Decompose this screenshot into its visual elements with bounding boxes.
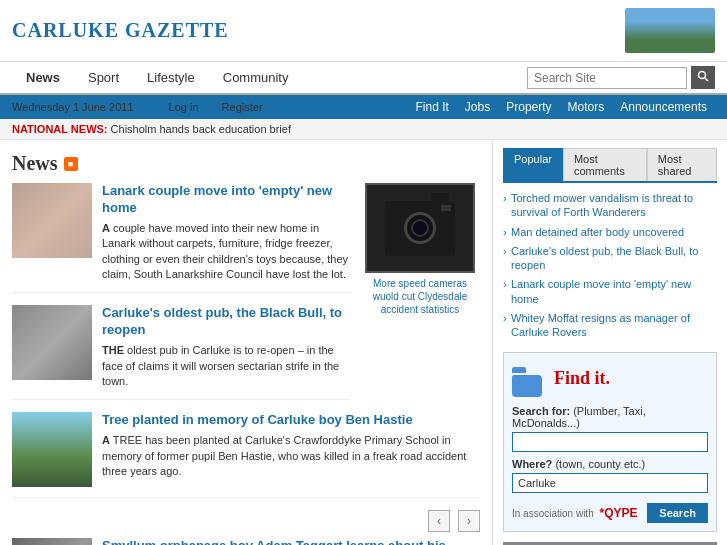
camera-image xyxy=(365,183,475,273)
news-summary-1: A couple have moved into their new home … xyxy=(102,221,350,283)
news-thumb-1 xyxy=(12,183,92,258)
svg-line-1 xyxy=(705,78,708,81)
news-content: News ■ More speed cameras wuold cut Clyd… xyxy=(0,140,492,545)
nav-item-lifestyle[interactable]: Lifestyle xyxy=(133,62,209,93)
sidebar: Popular Most comments Most shared Torche… xyxy=(492,140,727,545)
story-navigation: ‹ › xyxy=(12,510,480,532)
news-body-3: TREE has been planted at Carluke's Crawf… xyxy=(102,434,466,477)
news-summary-2: THE oldest pub in Carluke is to re-open … xyxy=(102,343,350,389)
news-thumb-4 xyxy=(12,538,92,545)
breaking-news-bar: NATIONAL NEWS: Chisholm hands back educa… xyxy=(0,119,727,140)
header-image xyxy=(625,8,715,53)
findit-search-input[interactable] xyxy=(512,432,708,452)
news-thumb-3 xyxy=(12,412,92,487)
search-input[interactable] xyxy=(527,67,687,89)
news-content-1: Lanark couple move into 'empty' new home… xyxy=(102,183,350,282)
findit-header: Find it. xyxy=(512,361,708,397)
popular-item-1[interactable]: Torched mower vandalism is threat to sur… xyxy=(503,191,717,220)
popular-item-3[interactable]: Carluke's oldest pub, the Black Bull, to… xyxy=(503,244,717,273)
sub-nav: Wednesday 1 June 2011 Log in Register Fi… xyxy=(0,95,727,119)
sub-nav-property[interactable]: Property xyxy=(498,98,559,116)
popular-item-5[interactable]: Whitey Moffat resigns as manager of Carl… xyxy=(503,311,717,340)
news-title: News xyxy=(12,152,58,175)
breaking-text[interactable]: Chisholm hands back education brief xyxy=(111,123,291,135)
news-content-2: Carluke's oldest pub, the Black Bull, to… xyxy=(102,305,350,389)
assoc-text: In association with xyxy=(512,508,594,519)
news-body-2: oldest pub in Carluke is to re-open – in… xyxy=(102,344,339,387)
site-title[interactable]: CARLUKE GAZETTE xyxy=(12,19,229,42)
register-link[interactable]: Register xyxy=(222,101,263,113)
news-item-4: Smyllum orphanage boy Adam Taggart learn… xyxy=(12,538,480,545)
findit-footer: In association with *QYPE Search xyxy=(512,503,708,523)
qype-logo: *QYPE xyxy=(600,506,638,520)
findit-title: Find it. xyxy=(554,368,610,389)
news-headline-1[interactable]: Lanark couple move into 'empty' new home xyxy=(102,183,350,217)
where-sublabel: (town, county etc.) xyxy=(555,458,645,470)
sub-nav-date-area: Wednesday 1 June 2011 Log in Register xyxy=(12,101,275,113)
news-headline-4[interactable]: Smyllum orphanage boy Adam Taggart learn… xyxy=(102,538,480,545)
feature-box: More speed cameras wuold cut Clydesdale … xyxy=(360,183,480,316)
news-item-2: Carluke's oldest pub, the Black Bull, to… xyxy=(12,305,350,400)
news-body-1: couple have moved into their new home in… xyxy=(102,222,348,280)
svg-point-0 xyxy=(699,72,706,79)
search-bar xyxy=(527,66,715,89)
login-link[interactable]: Log in xyxy=(169,101,199,113)
nav-links: News Sport Lifestyle Community xyxy=(12,62,303,93)
nav-item-community[interactable]: Community xyxy=(209,62,303,93)
tab-most-comments[interactable]: Most comments xyxy=(563,148,647,181)
date-label: Wednesday 1 June 2011 xyxy=(12,101,134,113)
main-nav: News Sport Lifestyle Community xyxy=(0,62,727,95)
sub-nav-announcements[interactable]: Announcements xyxy=(612,98,715,116)
news-summary-3: A TREE has been planted at Carluke's Cra… xyxy=(102,433,480,479)
main-content: News ■ More speed cameras wuold cut Clyd… xyxy=(0,140,727,545)
news-headline-3[interactable]: Tree planted in memory of Carluke boy Be… xyxy=(102,412,480,429)
news-first-word-3: A xyxy=(102,434,110,446)
popular-list: Torched mower vandalism is threat to sur… xyxy=(503,191,717,340)
news-item-3: Tree planted in memory of Carluke boy Be… xyxy=(12,412,480,498)
sidebar-tabs: Popular Most comments Most shared xyxy=(503,148,717,183)
news-thumb-2 xyxy=(12,305,92,380)
feature-caption[interactable]: More speed cameras wuold cut Clydesdale … xyxy=(360,277,480,316)
breaking-label: NATIONAL NEWS: xyxy=(12,123,108,135)
search-for-label: Search for: (Plumber, Taxi, McDonalds...… xyxy=(512,405,708,429)
rss-icon[interactable]: ■ xyxy=(64,157,78,171)
popular-item-4[interactable]: Lanark couple move into 'empty' new home xyxy=(503,277,717,306)
search-button[interactable] xyxy=(691,66,715,89)
news-content-4: Smyllum orphanage boy Adam Taggart learn… xyxy=(102,538,480,545)
news-first-word-2: THE xyxy=(102,344,124,356)
prev-story-button[interactable]: ‹ xyxy=(428,510,450,532)
next-story-button[interactable]: › xyxy=(458,510,480,532)
findit-where-input[interactable] xyxy=(512,473,708,493)
sub-nav-jobs[interactable]: Jobs xyxy=(457,98,498,116)
sub-nav-findit[interactable]: Find It xyxy=(408,98,457,116)
where-label: Where? (town, county etc.) xyxy=(512,458,708,470)
findit-assoc: In association with *QYPE xyxy=(512,506,638,520)
news-content-3: Tree planted in memory of Carluke boy Be… xyxy=(102,412,480,487)
findit-box: Find it. Search for: (Plumber, Taxi, McD… xyxy=(503,352,717,532)
news-first-word-1: A xyxy=(102,222,110,234)
news-section-header: News ■ xyxy=(12,152,480,175)
tab-popular[interactable]: Popular xyxy=(503,148,563,181)
news-item-1: Lanark couple move into 'empty' new home… xyxy=(12,183,350,293)
nav-item-sport[interactable]: Sport xyxy=(74,62,133,93)
news-headline-2[interactable]: Carluke's oldest pub, the Black Bull, to… xyxy=(102,305,350,339)
sub-nav-motors[interactable]: Motors xyxy=(560,98,613,116)
findit-search-button[interactable]: Search xyxy=(647,503,708,523)
popular-item-2[interactable]: Man detained after body uncovered xyxy=(503,225,717,239)
findit-icon xyxy=(512,361,548,397)
tab-most-shared[interactable]: Most shared xyxy=(647,148,717,181)
site-header: CARLUKE GAZETTE xyxy=(0,0,727,62)
nav-item-news[interactable]: News xyxy=(12,62,74,93)
